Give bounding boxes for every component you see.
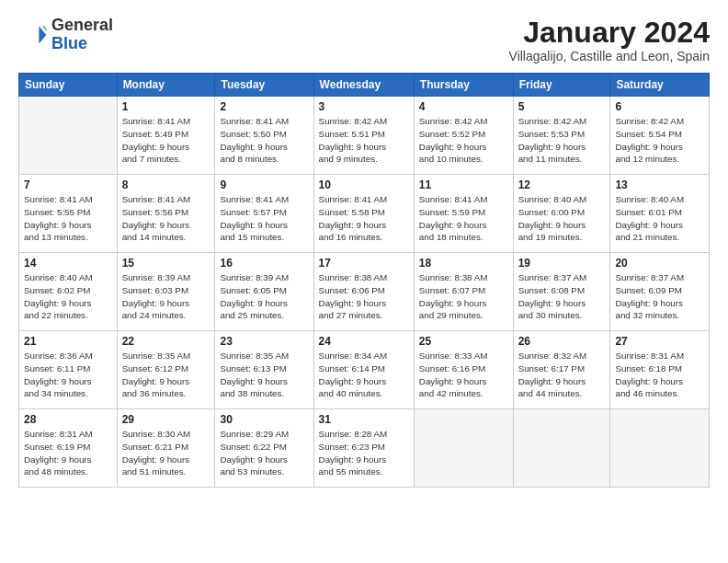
day-detail: Sunrise: 8:42 AM Sunset: 5:51 PM Dayligh… [319,115,409,166]
calendar-cell: 6Sunrise: 8:42 AM Sunset: 5:54 PM Daylig… [610,97,710,175]
day-number: 19 [518,257,606,270]
calendar-cell: 1Sunrise: 8:41 AM Sunset: 5:49 PM Daylig… [117,97,215,175]
day-number: 18 [419,257,508,270]
day-number: 25 [419,335,508,348]
calendar-cell: 19Sunrise: 8:37 AM Sunset: 6:08 PM Dayli… [513,253,610,331]
day-number: 13 [615,178,704,191]
calendar-header-row: SundayMondayTuesdayWednesdayThursdayFrid… [19,74,710,97]
day-number: 15 [122,257,210,270]
calendar-cell: 9Sunrise: 8:41 AM Sunset: 5:57 PM Daylig… [215,175,313,253]
day-number: 14 [24,257,112,270]
day-detail: Sunrise: 8:41 AM Sunset: 5:49 PM Dayligh… [122,115,210,166]
logo-icon [18,20,48,50]
calendar-cell [19,97,118,175]
day-number: 12 [518,178,606,191]
calendar-cell: 17Sunrise: 8:38 AM Sunset: 6:06 PM Dayli… [313,253,414,331]
calendar-title: January 2024 [509,17,710,49]
day-number: 31 [319,413,409,426]
day-number: 27 [615,335,704,348]
calendar-cell: 30Sunrise: 8:29 AM Sunset: 6:22 PM Dayli… [215,409,313,488]
calendar-cell: 7Sunrise: 8:41 AM Sunset: 5:55 PM Daylig… [19,175,118,253]
day-detail: Sunrise: 8:33 AM Sunset: 6:16 PM Dayligh… [419,350,508,400]
day-detail: Sunrise: 8:41 AM Sunset: 5:59 PM Dayligh… [419,193,508,244]
week-row-4: 21Sunrise: 8:36 AM Sunset: 6:11 PM Dayli… [19,331,710,409]
calendar-cell: 28Sunrise: 8:31 AM Sunset: 6:19 PM Dayli… [19,409,118,488]
calendar-cell: 29Sunrise: 8:30 AM Sunset: 6:21 PM Dayli… [117,409,215,488]
calendar-cell: 20Sunrise: 8:37 AM Sunset: 6:09 PM Dayli… [610,253,710,331]
col-header-wednesday: Wednesday [313,74,414,97]
day-detail: Sunrise: 8:30 AM Sunset: 6:21 PM Dayligh… [122,428,210,478]
day-number: 6 [615,100,704,113]
day-number: 1 [122,100,210,113]
day-number: 26 [518,335,606,348]
calendar-cell: 14Sunrise: 8:40 AM Sunset: 6:02 PM Dayli… [19,253,118,331]
calendar-cell: 12Sunrise: 8:40 AM Sunset: 6:00 PM Dayli… [513,175,610,253]
day-number: 2 [220,100,308,113]
day-number: 21 [24,335,112,348]
day-number: 10 [319,178,409,191]
title-block: January 2024 Villagalijo, Castille and L… [509,17,710,63]
calendar-subtitle: Villagalijo, Castille and Leon, Spain [509,49,710,63]
day-detail: Sunrise: 8:32 AM Sunset: 6:17 PM Dayligh… [518,350,606,400]
day-detail: Sunrise: 8:41 AM Sunset: 5:50 PM Dayligh… [220,115,308,166]
day-detail: Sunrise: 8:31 AM Sunset: 6:18 PM Dayligh… [615,350,704,400]
day-detail: Sunrise: 8:38 AM Sunset: 6:07 PM Dayligh… [419,271,508,322]
day-number: 30 [220,413,308,426]
calendar-cell: 8Sunrise: 8:41 AM Sunset: 5:56 PM Daylig… [117,175,215,253]
calendar-cell: 3Sunrise: 8:42 AM Sunset: 5:51 PM Daylig… [313,97,414,175]
day-number: 29 [122,413,210,426]
day-detail: Sunrise: 8:37 AM Sunset: 6:08 PM Dayligh… [518,271,606,322]
day-number: 11 [419,178,508,191]
day-number: 3 [319,100,409,113]
col-header-sunday: Sunday [19,74,118,97]
header: General Blue January 2024 Villagalijo, C… [18,17,710,63]
col-header-monday: Monday [117,74,215,97]
logo-blue: Blue [51,34,87,52]
day-detail: Sunrise: 8:41 AM Sunset: 5:57 PM Dayligh… [220,193,308,244]
day-detail: Sunrise: 8:40 AM Sunset: 6:00 PM Dayligh… [518,193,606,244]
col-header-friday: Friday [513,74,610,97]
day-number: 24 [319,335,409,348]
day-detail: Sunrise: 8:31 AM Sunset: 6:19 PM Dayligh… [24,428,112,478]
calendar-cell [513,409,610,488]
day-number: 22 [122,335,210,348]
calendar-cell: 15Sunrise: 8:39 AM Sunset: 6:03 PM Dayli… [117,253,215,331]
day-detail: Sunrise: 8:41 AM Sunset: 5:56 PM Dayligh… [122,193,210,244]
calendar-cell: 21Sunrise: 8:36 AM Sunset: 6:11 PM Dayli… [19,331,118,409]
logo-general: General [51,16,113,34]
day-number: 20 [615,257,704,270]
day-detail: Sunrise: 8:39 AM Sunset: 6:05 PM Dayligh… [220,271,308,322]
day-detail: Sunrise: 8:39 AM Sunset: 6:03 PM Dayligh… [122,271,210,322]
calendar-cell: 24Sunrise: 8:34 AM Sunset: 6:14 PM Dayli… [313,331,414,409]
day-number: 17 [319,257,409,270]
calendar-cell: 31Sunrise: 8:28 AM Sunset: 6:23 PM Dayli… [313,409,414,488]
calendar-cell: 18Sunrise: 8:38 AM Sunset: 6:07 PM Dayli… [414,253,513,331]
calendar-cell: 25Sunrise: 8:33 AM Sunset: 6:16 PM Dayli… [414,331,513,409]
calendar-cell: 4Sunrise: 8:42 AM Sunset: 5:52 PM Daylig… [414,97,513,175]
day-detail: Sunrise: 8:35 AM Sunset: 6:13 PM Dayligh… [220,350,308,400]
day-detail: Sunrise: 8:42 AM Sunset: 5:52 PM Dayligh… [419,115,508,166]
day-detail: Sunrise: 8:40 AM Sunset: 6:02 PM Dayligh… [24,271,112,322]
calendar-cell: 2Sunrise: 8:41 AM Sunset: 5:50 PM Daylig… [215,97,313,175]
calendar-cell: 5Sunrise: 8:42 AM Sunset: 5:53 PM Daylig… [513,97,610,175]
week-row-2: 7Sunrise: 8:41 AM Sunset: 5:55 PM Daylig… [19,175,710,253]
day-detail: Sunrise: 8:36 AM Sunset: 6:11 PM Dayligh… [24,350,112,400]
calendar-table: SundayMondayTuesdayWednesdayThursdayFrid… [18,73,710,488]
week-row-5: 28Sunrise: 8:31 AM Sunset: 6:19 PM Dayli… [19,409,710,488]
day-detail: Sunrise: 8:34 AM Sunset: 6:14 PM Dayligh… [319,350,409,400]
logo: General Blue [18,17,113,53]
calendar-cell: 11Sunrise: 8:41 AM Sunset: 5:59 PM Dayli… [414,175,513,253]
day-detail: Sunrise: 8:37 AM Sunset: 6:09 PM Dayligh… [615,271,704,322]
col-header-saturday: Saturday [610,74,710,97]
day-detail: Sunrise: 8:38 AM Sunset: 6:06 PM Dayligh… [319,271,409,322]
day-detail: Sunrise: 8:40 AM Sunset: 6:01 PM Dayligh… [615,193,704,244]
day-number: 7 [24,178,112,191]
day-number: 28 [24,413,112,426]
week-row-1: 1Sunrise: 8:41 AM Sunset: 5:49 PM Daylig… [19,97,710,175]
col-header-thursday: Thursday [414,74,513,97]
calendar-cell: 16Sunrise: 8:39 AM Sunset: 6:05 PM Dayli… [215,253,313,331]
day-number: 23 [220,335,308,348]
day-detail: Sunrise: 8:29 AM Sunset: 6:22 PM Dayligh… [220,428,308,478]
calendar-cell: 26Sunrise: 8:32 AM Sunset: 6:17 PM Dayli… [513,331,610,409]
day-number: 8 [122,178,210,191]
